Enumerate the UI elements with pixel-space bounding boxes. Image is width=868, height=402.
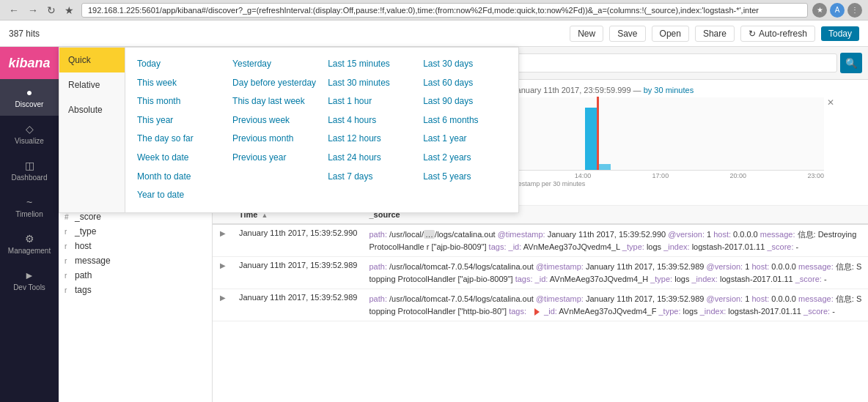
dashboard-icon: ◫ bbox=[25, 160, 34, 171]
expand-cell-0: ▶ bbox=[213, 224, 233, 257]
expand-button-0[interactable]: ▶ bbox=[218, 229, 227, 237]
time-today[interactable]: Today bbox=[137, 56, 221, 72]
sidebar-item-devtools[interactable]: ► Dev Tools bbox=[0, 262, 59, 299]
management-icon: ⚙ bbox=[25, 233, 34, 245]
time-last4h[interactable]: Last 4 hours bbox=[328, 113, 411, 129]
time-last90d[interactable]: Last 90 days bbox=[423, 94, 507, 110]
time-prevyear[interactable]: Previous year bbox=[232, 150, 316, 166]
results-area: Time ▲ _source bbox=[213, 206, 868, 402]
time-last7d[interactable]: Last 7 days bbox=[328, 169, 411, 185]
save-button[interactable]: Save bbox=[609, 26, 645, 42]
x-label-14: 14:00 bbox=[575, 172, 592, 179]
chart-bar-small bbox=[599, 164, 611, 170]
time-yesterday[interactable]: Yesterday bbox=[232, 56, 316, 72]
visualize-icon: ◇ bbox=[26, 123, 34, 135]
source-cell-0: path: /usr/local/…/logs/catalina.out @ti… bbox=[363, 224, 868, 257]
time-last24h[interactable]: Last 24 hours bbox=[328, 150, 411, 166]
time-cell-0: January 11th 2017, 15:39:52.990 bbox=[233, 224, 363, 257]
sidebar-item-timelion[interactable]: ~ Timelion bbox=[0, 189, 59, 226]
field-host[interactable]: r host bbox=[59, 239, 212, 253]
refresh-button[interactable]: ↻ bbox=[44, 3, 59, 18]
time-tab-relative[interactable]: Relative bbox=[59, 72, 125, 97]
expand-button-1[interactable]: ▶ bbox=[218, 261, 227, 269]
x-label-17: 17:00 bbox=[652, 172, 669, 179]
browser-menu-icon[interactable]: ⋮ bbox=[847, 3, 862, 18]
time-thisdaylastweek[interactable]: This day last week bbox=[232, 94, 316, 110]
chart-expand-icon[interactable]: ✕ bbox=[827, 97, 834, 108]
time-monthtodate[interactable]: Month to date bbox=[137, 169, 221, 185]
browser-profile-icon[interactable]: A bbox=[830, 3, 845, 18]
field-type-hash: # bbox=[65, 213, 72, 221]
time-last1y[interactable]: Last 1 year bbox=[423, 131, 507, 147]
field-tags[interactable]: r tags bbox=[59, 283, 212, 297]
field-type-r6: r bbox=[65, 257, 72, 265]
chart-right-control: ✕ bbox=[824, 97, 839, 187]
field-type-field[interactable]: r _type bbox=[59, 224, 212, 239]
open-button[interactable]: Open bbox=[652, 26, 689, 42]
time-tab-quick[interactable]: Quick bbox=[59, 48, 125, 72]
hits-count: 387 hits bbox=[9, 29, 564, 39]
devtools-icon: ► bbox=[24, 269, 34, 281]
results-table: Time ▲ _source bbox=[213, 206, 868, 321]
time-weektodate[interactable]: Week to date bbox=[137, 150, 221, 166]
expand-cell-2: ▶ bbox=[213, 289, 233, 321]
forward-button[interactable]: → bbox=[25, 3, 41, 18]
time-last6m[interactable]: Last 6 months bbox=[423, 113, 507, 129]
chart-bar-tall bbox=[585, 108, 597, 170]
today-button[interactable]: Today bbox=[821, 26, 859, 41]
chart-by-link[interactable]: by 30 minutes bbox=[644, 86, 694, 94]
time-picker-tabs: Quick Relative Absolute bbox=[59, 48, 125, 212]
time-thisyear[interactable]: This year bbox=[137, 113, 221, 129]
time-daybefore[interactable]: Day before yesterday bbox=[232, 75, 316, 92]
time-last15m[interactable]: Last 15 minutes bbox=[328, 56, 411, 72]
home-button[interactable]: ★ bbox=[62, 3, 77, 18]
sidebar-item-dashboard[interactable]: ◫ Dashboard bbox=[0, 152, 59, 189]
expand-button-2[interactable]: ▶ bbox=[218, 294, 227, 302]
sidebar-item-management[interactable]: ⚙ Management bbox=[0, 226, 59, 262]
time-prevweek[interactable]: Previous week bbox=[232, 113, 316, 129]
sidebar-item-discover[interactable]: ● Discover bbox=[0, 79, 59, 116]
time-last5y[interactable]: Last 5 years bbox=[423, 169, 507, 185]
time-yeartodate[interactable]: Year to date bbox=[137, 187, 221, 204]
time-tab-absolute[interactable]: Absolute bbox=[59, 97, 125, 122]
field-message[interactable]: r message bbox=[59, 253, 212, 268]
time-thisweek[interactable]: This week bbox=[137, 75, 221, 92]
time-thedaysofarlink[interactable]: The day so far bbox=[137, 131, 221, 147]
address-bar[interactable] bbox=[81, 3, 808, 18]
time-last30m[interactable]: Last 30 minutes bbox=[328, 75, 411, 92]
x-label-23: 23:00 bbox=[807, 172, 824, 179]
content-area: Quick Relative Absolute Today Yesterday … bbox=[59, 47, 868, 402]
time-last30d[interactable]: Last 30 days bbox=[423, 56, 507, 72]
time-last2y[interactable]: Last 2 years bbox=[423, 150, 507, 166]
x-label-20: 20:00 bbox=[730, 172, 747, 179]
sidebar-item-visualize[interactable]: ◇ Visualize bbox=[0, 116, 59, 152]
auto-refresh-button[interactable]: ↻ Auto-refresh bbox=[740, 26, 815, 42]
expand-cell-1: ▶ bbox=[213, 257, 233, 289]
app-bar: 387 hits New Save Open Share ↻ Auto-refr… bbox=[0, 21, 868, 47]
back-button[interactable]: ← bbox=[6, 3, 22, 18]
time-cell-1: January 11th 2017, 15:39:52.989 bbox=[233, 257, 363, 289]
time-picker-content: Today Yesterday Last 15 minutes Last 30 … bbox=[125, 48, 518, 212]
time-cell-2: January 11th 2017, 15:39:52.989 bbox=[233, 289, 363, 321]
new-button[interactable]: New bbox=[570, 26, 603, 42]
time-thismonth[interactable]: This month bbox=[137, 94, 221, 110]
chart-red-line bbox=[597, 97, 599, 170]
field-path[interactable]: r path bbox=[59, 268, 212, 283]
source-cell-2: path: /usr/local/tomcat-7.0.54/logs/cata… bbox=[363, 289, 868, 321]
time-last1h[interactable]: Last 1 hour bbox=[328, 94, 411, 110]
row-arrow-3 bbox=[534, 305, 542, 318]
time-last12h[interactable]: Last 12 hours bbox=[328, 131, 411, 147]
browser-star-icon[interactable]: ★ bbox=[812, 3, 827, 18]
field-type-r7: r bbox=[65, 272, 72, 280]
table-row: ▶ January 11th 2017, 15:39:52.990 path: … bbox=[213, 224, 868, 257]
share-button[interactable]: Share bbox=[695, 26, 735, 42]
time-empty2 bbox=[232, 187, 316, 204]
time-prevmonth[interactable]: Previous month bbox=[232, 131, 316, 147]
search-button[interactable]: 🔍 bbox=[840, 53, 862, 73]
source-cell-1: path: /usr/local/tomcat-7.0.54/logs/cata… bbox=[363, 257, 868, 289]
browser-controls: ← → ↻ ★ bbox=[6, 3, 77, 18]
field-type-r8: r bbox=[65, 286, 72, 294]
kibana-logo[interactable]: kibana bbox=[0, 47, 59, 79]
time-picker-dropdown: Quick Relative Absolute Today Yesterday … bbox=[59, 47, 519, 213]
time-last60d[interactable]: Last 60 days bbox=[423, 75, 507, 92]
